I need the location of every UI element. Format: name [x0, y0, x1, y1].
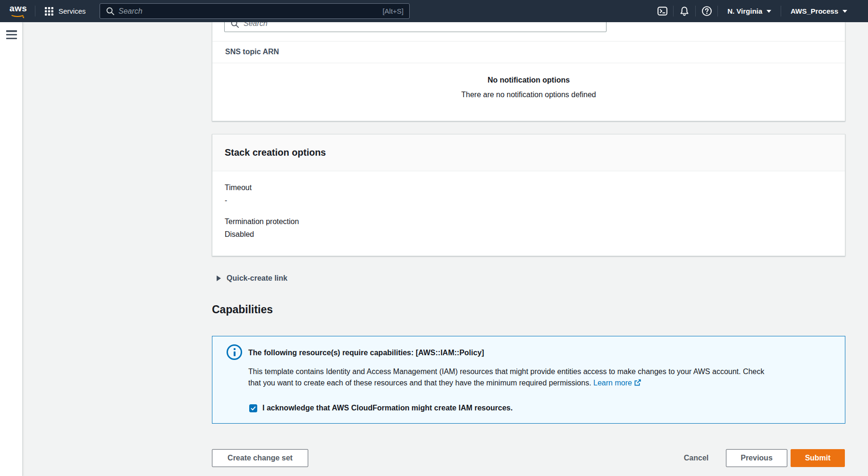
chevron-right-icon — [217, 276, 221, 281]
iam-acknowledge-checkbox[interactable] — [249, 404, 257, 412]
services-menu[interactable]: Services — [44, 0, 86, 22]
termination-protection-field: Termination protection Disabled — [225, 217, 833, 239]
field-value: - — [225, 196, 833, 205]
bell-icon — [679, 6, 690, 17]
external-link-icon — [634, 379, 641, 386]
checkmark-icon — [250, 405, 256, 411]
timeout-field: Timeout - — [225, 184, 833, 205]
field-label: Timeout — [225, 184, 833, 192]
iam-acknowledge-row: I acknowledge that AWS CloudFormation mi… — [249, 404, 513, 412]
account-menu[interactable]: AWS_Process — [781, 0, 857, 22]
notification-options-panel: SNS topic ARN No notification options Th… — [212, 22, 845, 121]
search-shortcut-hint: [Alt+S] — [382, 7, 409, 15]
aws-logo-smile — [10, 10, 25, 17]
cloudshell-terminal-icon — [657, 5, 668, 17]
alert-body: This template contains Identity and Acce… — [248, 366, 764, 389]
expander-label: Quick-create link — [227, 274, 287, 283]
submit-button[interactable]: Submit — [791, 449, 845, 467]
region-selector[interactable]: N. Virginia — [718, 0, 781, 22]
hamburger-menu-icon[interactable] — [6, 30, 17, 39]
stack-creation-options-panel: Stack creation options Timeout - Termina… — [212, 134, 845, 256]
create-change-set-button[interactable]: Create change set — [212, 449, 308, 467]
alert-body-line: that you want to create each of these re… — [248, 379, 591, 387]
alert-body-line: This template contains Identity and Acce… — [248, 367, 764, 376]
region-label: N. Virginia — [727, 7, 762, 15]
alert-title: The following resource(s) require capabi… — [248, 349, 484, 357]
panel-body: Timeout - Termination protection Disable… — [212, 171, 845, 239]
help-button[interactable] — [696, 0, 717, 22]
cancel-button[interactable]: Cancel — [675, 449, 717, 467]
quick-create-link-expander[interactable]: Quick-create link — [212, 272, 287, 284]
cloudformation-review-page: SNS topic ARN No notification options Th… — [0, 0, 868, 476]
capabilities-info-alert: The following resource(s) require capabi… — [212, 336, 845, 424]
sns-topic-arn-column-header: SNS topic ARN — [225, 48, 279, 56]
services-label: Services — [59, 7, 86, 15]
divider — [212, 63, 845, 63]
aws-logo[interactable]: aws — [9, 4, 30, 18]
account-label: AWS_Process — [791, 7, 838, 15]
panel-header: Stack creation options — [212, 134, 845, 171]
chevron-down-icon — [767, 10, 771, 13]
topnav-right-group: N. Virginia AWS_Process — [651, 0, 857, 22]
field-value: Disabled — [225, 230, 833, 239]
side-navigation-rail — [0, 22, 23, 476]
chevron-down-icon — [843, 10, 847, 13]
divider — [212, 41, 845, 42]
global-search-box: [Alt+S] — [100, 3, 410, 19]
learn-more-link[interactable]: Learn more — [593, 379, 632, 387]
field-label: Termination protection — [225, 217, 833, 226]
notifications-button[interactable] — [674, 0, 695, 22]
iam-acknowledge-label: I acknowledge that AWS CloudFormation mi… — [262, 404, 513, 412]
cloudshell-button[interactable] — [651, 0, 673, 22]
grid-icon — [44, 7, 54, 16]
question-mark-icon — [701, 5, 713, 17]
previous-button[interactable]: Previous — [726, 449, 787, 467]
divider — [35, 6, 35, 17]
aws-top-navigation: aws Services [Alt+S] — [0, 0, 868, 22]
search-icon — [106, 7, 115, 16]
panel-title: Stack creation options — [225, 147, 326, 158]
capabilities-heading: Capabilities — [212, 303, 273, 316]
empty-state-description: There are no notification options define… — [212, 91, 845, 99]
empty-state-title: No notification options — [212, 76, 845, 84]
info-icon — [227, 344, 242, 360]
global-search-input[interactable] — [115, 7, 382, 16]
